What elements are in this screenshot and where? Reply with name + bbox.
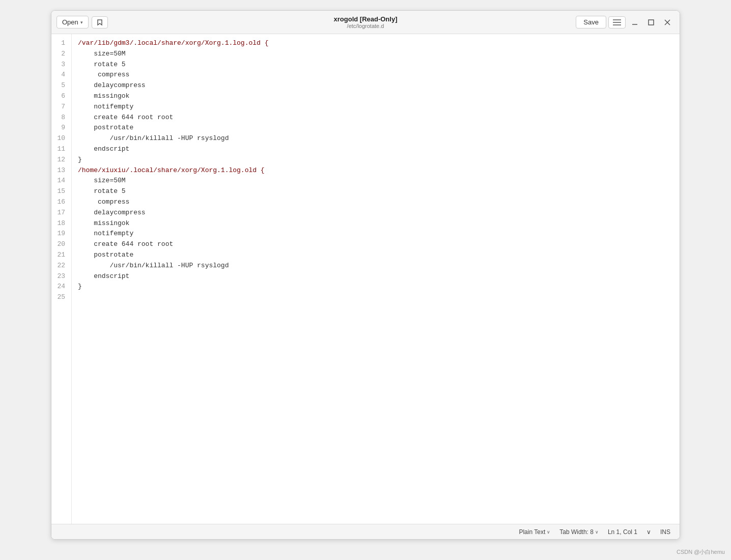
maximize-icon <box>648 19 654 25</box>
code-line: postrotate <box>78 123 673 133</box>
window-subtitle: /etc/logrotate.d <box>347 23 384 29</box>
line-number: 20 <box>55 239 65 250</box>
line-number: 25 <box>55 292 65 303</box>
line-number: 19 <box>55 229 65 239</box>
line-number: 1 <box>55 38 65 49</box>
line-number: 16 <box>55 197 65 208</box>
titlebar: Open ▾ xrogold [Read-Only] /etc/logrotat… <box>51 11 680 34</box>
code-content[interactable]: /var/lib/gdm3/.local/share/xorg/Xorg.1.l… <box>72 34 680 524</box>
line-number: 24 <box>55 282 65 292</box>
ins-label: INS <box>660 528 670 536</box>
language-selector[interactable]: Plain Text ∨ <box>517 527 552 537</box>
main-window: Open ▾ xrogold [Read-Only] /etc/logrotat… <box>51 10 680 540</box>
code-line: notifempty <box>78 102 673 113</box>
code-line: postrotate <box>78 250 673 261</box>
line-number: 9 <box>55 123 65 133</box>
line-number: 21 <box>55 250 65 261</box>
line-number: 6 <box>55 91 65 102</box>
cursor-chevron-icon: ∨ <box>646 528 651 536</box>
line-number: 12 <box>55 155 65 165</box>
line-numbers: 1234567891011121314151617181920212223242… <box>51 34 72 524</box>
tab-width-label: Tab Width: 8 <box>559 528 594 536</box>
line-number: 22 <box>55 261 65 271</box>
cursor-direction-button[interactable]: ∨ <box>644 527 653 537</box>
code-line: /var/lib/gdm3/.local/share/xorg/Xorg.1.l… <box>78 38 673 49</box>
close-icon <box>664 19 670 25</box>
code-line: /usr/bin/killall -HUP rsyslogd <box>78 133 673 144</box>
titlebar-center: xrogold [Read-Only] /etc/logrotate.d <box>334 15 398 29</box>
code-line: missingok <box>78 91 673 102</box>
code-line: delaycompress <box>78 208 673 218</box>
save-button[interactable]: Save <box>576 16 606 29</box>
minimize-icon <box>632 19 638 25</box>
code-line: delaycompress <box>78 80 673 91</box>
line-number: 8 <box>55 113 65 123</box>
code-line: endscript <box>78 144 673 155</box>
bookmark-icon <box>96 19 103 26</box>
line-number: 14 <box>55 176 65 186</box>
line-number: 4 <box>55 70 65 80</box>
code-line: compress <box>78 197 673 208</box>
line-number: 2 <box>55 49 65 60</box>
cursor-position[interactable]: Ln 1, Col 1 <box>606 527 639 537</box>
ins-mode: INS <box>658 527 672 537</box>
titlebar-right: Save <box>576 16 674 29</box>
code-line: rotate 5 <box>78 60 673 70</box>
svg-rect-4 <box>649 20 654 25</box>
bookmark-button[interactable] <box>92 16 108 29</box>
line-number: 13 <box>55 165 65 176</box>
code-line: create 644 root root <box>78 239 673 250</box>
cursor-label: Ln 1, Col 1 <box>608 528 637 536</box>
code-line: endscript <box>78 271 673 282</box>
code-line: compress <box>78 70 673 80</box>
titlebar-left: Open ▾ <box>57 16 108 29</box>
code-line: missingok <box>78 218 673 229</box>
line-number: 23 <box>55 271 65 282</box>
code-line: } <box>78 155 673 165</box>
open-label: Open <box>62 18 78 26</box>
language-chevron-icon: ∨ <box>547 529 550 535</box>
statusbar: Plain Text ∨ Tab Width: 8 ∨ Ln 1, Col 1 … <box>51 524 680 539</box>
minimize-button[interactable] <box>628 17 642 27</box>
line-number: 7 <box>55 102 65 113</box>
open-button[interactable]: Open ▾ <box>57 16 89 29</box>
code-line: size=50M <box>78 176 673 186</box>
code-line: size=50M <box>78 49 673 60</box>
editor-area[interactable]: 1234567891011121314151617181920212223242… <box>51 34 680 524</box>
line-number: 15 <box>55 186 65 197</box>
line-number: 18 <box>55 218 65 229</box>
code-line: create 644 root root <box>78 113 673 123</box>
line-number: 5 <box>55 80 65 91</box>
hamburger-icon <box>613 19 621 26</box>
window-title: xrogold [Read-Only] <box>334 15 398 23</box>
watermark: CSDN @小白hemu <box>677 548 725 556</box>
code-line: rotate 5 <box>78 186 673 197</box>
line-number: 10 <box>55 133 65 144</box>
line-number: 3 <box>55 60 65 70</box>
tab-chevron-icon: ∨ <box>595 529 599 535</box>
language-label: Plain Text <box>519 528 545 536</box>
open-chevron-icon: ▾ <box>80 20 83 25</box>
code-line: } <box>78 282 673 292</box>
tab-width-selector[interactable]: Tab Width: 8 ∨ <box>557 527 601 537</box>
line-number: 17 <box>55 208 65 218</box>
code-line: notifempty <box>78 229 673 239</box>
menu-button[interactable] <box>608 16 626 29</box>
maximize-button[interactable] <box>644 17 658 27</box>
code-line: /home/xiuxiu/.local/share/xorg/Xorg.1.lo… <box>78 165 673 176</box>
code-line: /usr/bin/killall -HUP rsyslogd <box>78 261 673 271</box>
line-number: 11 <box>55 144 65 155</box>
close-button[interactable] <box>660 17 674 27</box>
